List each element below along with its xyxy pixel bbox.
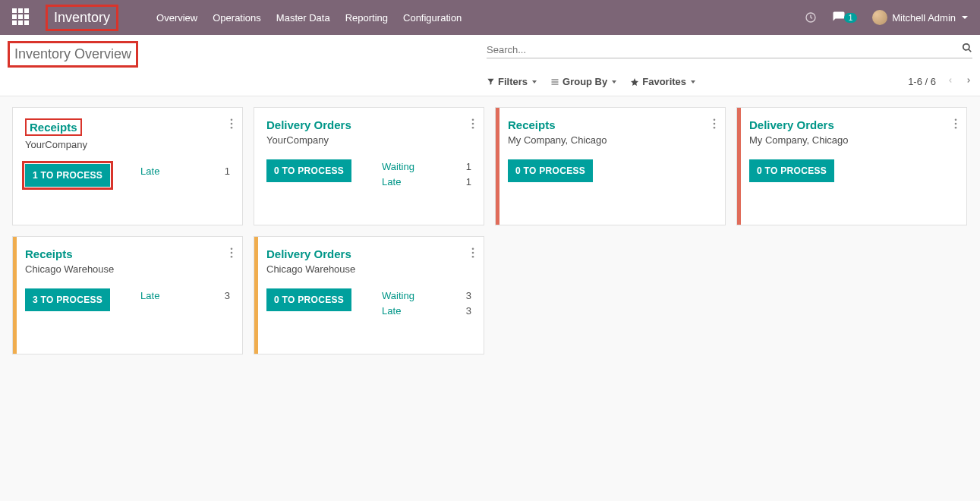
- process-button[interactable]: 0 TO PROCESS: [266, 159, 351, 182]
- clock-icon[interactable]: [805, 11, 817, 24]
- status-row[interactable]: Waiting1: [382, 159, 471, 175]
- messages-icon[interactable]: 1: [832, 11, 858, 24]
- card-title[interactable]: Receipts: [25, 247, 230, 260]
- status-row[interactable]: Waiting3: [382, 288, 471, 304]
- search-input[interactable]: [487, 44, 962, 55]
- apps-icon[interactable]: [12, 8, 30, 27]
- accent-bar: [737, 108, 741, 225]
- nav-operations[interactable]: Operations: [205, 8, 269, 28]
- card-menu-icon[interactable]: [230, 247, 233, 261]
- accent-bar: [13, 237, 17, 354]
- process-button[interactable]: 0 TO PROCESS: [266, 288, 351, 311]
- card-title[interactable]: Receipts: [25, 118, 82, 136]
- status-count: 1: [225, 164, 230, 179]
- status-count: 3: [466, 288, 471, 304]
- card-title[interactable]: Delivery Orders: [266, 247, 471, 260]
- nav-configuration[interactable]: Configuration: [395, 8, 469, 28]
- card-title[interactable]: Delivery Orders: [266, 118, 471, 131]
- svg-point-8: [472, 118, 474, 121]
- card-company: Chicago Warehouse: [25, 263, 230, 275]
- nav-menu: Overview Operations Master Data Reportin…: [149, 8, 469, 28]
- card-company: Chicago Warehouse: [266, 263, 471, 275]
- topbar: Inventory Overview Operations Master Dat…: [0, 0, 980, 35]
- card-company: YourCompany: [25, 139, 230, 150]
- svg-point-19: [231, 256, 233, 258]
- status-row[interactable]: Late1: [382, 175, 471, 190]
- svg-point-16: [955, 127, 957, 129]
- kanban-card[interactable]: ReceiptsYourCompany1 TO PROCESSLate1: [12, 107, 243, 225]
- svg-point-12: [714, 123, 716, 125]
- filters-button[interactable]: Filters: [487, 75, 537, 88]
- status-row[interactable]: Late1: [140, 164, 230, 179]
- svg-point-17: [231, 247, 233, 250]
- topbar-right: 1 Mitchell Admin: [805, 10, 968, 25]
- status-row[interactable]: Late3: [140, 288, 230, 304]
- user-name: Mitchell Admin: [892, 12, 956, 24]
- status-label: Late: [140, 164, 159, 179]
- kanban-card[interactable]: ReceiptsChicago Warehouse3 TO PROCESSLat…: [12, 236, 243, 354]
- svg-point-6: [231, 123, 233, 125]
- pager-next[interactable]: [965, 75, 972, 88]
- caret-down-icon: [612, 80, 616, 84]
- groupby-button[interactable]: Group By: [550, 75, 616, 88]
- svg-point-7: [231, 127, 233, 129]
- favorites-label: Favorites: [642, 76, 686, 87]
- filter-toolbar: Filters Group By Favorites 1-6 / 6: [487, 75, 972, 88]
- status-label: Late: [382, 304, 401, 319]
- nav-overview[interactable]: Overview: [149, 8, 205, 28]
- card-menu-icon[interactable]: [230, 118, 233, 132]
- search-icon[interactable]: [962, 43, 972, 56]
- card-menu-icon[interactable]: [471, 118, 474, 132]
- accent-bar: [496, 108, 499, 225]
- svg-point-22: [472, 256, 474, 258]
- caret-down-icon: [691, 80, 695, 84]
- card-menu-icon[interactable]: [954, 118, 957, 132]
- process-button[interactable]: 1 TO PROCESS: [25, 164, 110, 187]
- user-menu[interactable]: Mitchell Admin: [872, 10, 968, 25]
- kanban-card[interactable]: ReceiptsMy Company, Chicago0 TO PROCESS: [495, 107, 726, 225]
- svg-point-10: [472, 127, 474, 129]
- svg-point-15: [955, 123, 957, 125]
- process-button[interactable]: 0 TO PROCESS: [508, 159, 593, 182]
- svg-point-20: [472, 247, 474, 250]
- status-label: Waiting: [382, 288, 414, 304]
- kanban-card[interactable]: Delivery OrdersYourCompany0 TO PROCESSWa…: [254, 107, 484, 225]
- search-area: [487, 41, 972, 58]
- status-label: Late: [382, 175, 401, 190]
- svg-point-14: [955, 118, 957, 121]
- control-panel: Inventory Overview Filters Group By: [0, 35, 980, 96]
- status-label: Late: [140, 288, 159, 304]
- card-title[interactable]: Delivery Orders: [749, 118, 954, 131]
- svg-point-13: [714, 127, 716, 129]
- page-title: Inventory Overview: [8, 41, 138, 68]
- pager-text: 1-6 / 6: [908, 76, 936, 87]
- avatar: [872, 10, 887, 25]
- pager-prev[interactable]: [947, 75, 954, 88]
- nav-reporting[interactable]: Reporting: [338, 8, 395, 28]
- favorites-button[interactable]: Favorites: [630, 75, 695, 88]
- process-button[interactable]: 0 TO PROCESS: [749, 159, 834, 182]
- caret-down-icon: [962, 16, 968, 19]
- caret-down-icon: [532, 80, 537, 84]
- nav-master-data[interactable]: Master Data: [269, 8, 338, 28]
- kanban-card[interactable]: Delivery OrdersChicago Warehouse0 TO PRO…: [254, 236, 484, 354]
- kanban-card[interactable]: Delivery OrdersMy Company, Chicago0 TO P…: [736, 107, 967, 225]
- filters-label: Filters: [498, 76, 528, 87]
- kanban-board: ReceiptsYourCompany1 TO PROCESSLate1Deli…: [0, 96, 980, 365]
- app-name[interactable]: Inventory: [46, 5, 118, 31]
- card-company: My Company, Chicago: [749, 134, 954, 146]
- accent-bar: [254, 237, 258, 354]
- card-menu-icon[interactable]: [471, 247, 474, 261]
- status-row[interactable]: Late3: [382, 304, 471, 319]
- svg-point-1: [963, 44, 969, 50]
- card-title[interactable]: Receipts: [508, 118, 713, 131]
- svg-point-9: [472, 123, 474, 125]
- svg-point-5: [231, 118, 233, 121]
- card-menu-icon[interactable]: [713, 118, 716, 132]
- process-button[interactable]: 3 TO PROCESS: [25, 288, 110, 311]
- card-company: My Company, Chicago: [508, 134, 713, 146]
- messages-badge: 1: [844, 13, 858, 23]
- svg-point-18: [231, 252, 233, 254]
- status-count: 1: [466, 159, 471, 175]
- pager: 1-6 / 6: [908, 75, 972, 88]
